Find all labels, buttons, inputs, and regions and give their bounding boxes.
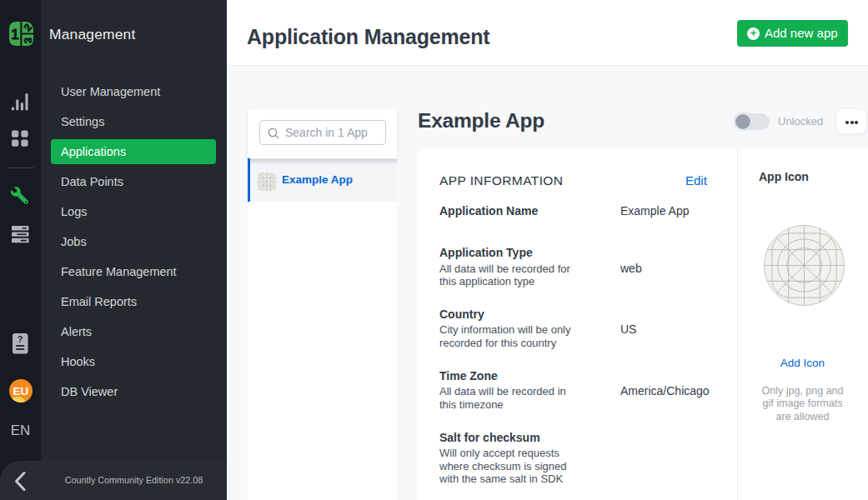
svg-text:1: 1 xyxy=(11,27,18,42)
svg-text:?: ? xyxy=(18,334,23,344)
svg-text:3: 3 xyxy=(23,38,33,43)
svg-text:EU: EU xyxy=(13,385,29,398)
